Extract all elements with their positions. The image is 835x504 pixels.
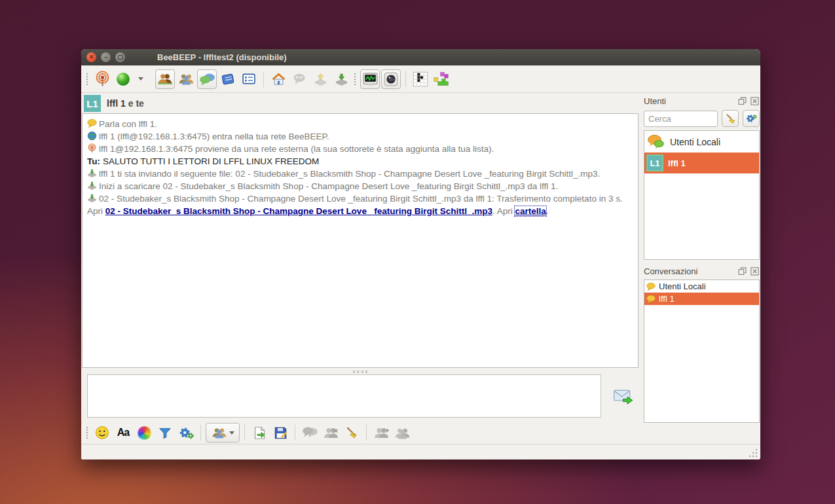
quoted-messages-button[interactable] [289,69,309,89]
user-name: lffl 1 [668,158,686,168]
clear-bubbles-button[interactable] [300,423,320,442]
users-list[interactable]: Utenti Locali L1 lffl 1 [644,130,760,260]
file-download-icon [87,181,97,190]
user-avatar: L1 [646,154,663,171]
open-folder-link[interactable]: cartella [515,206,546,216]
conversation-row[interactable]: Utenti Locali [644,280,759,293]
font-button[interactable]: Aa [113,423,133,442]
show-chats-button[interactable] [197,69,217,89]
chat-message: lffl 1 (lffl@192.168.1.3:6475) entra nel… [87,130,633,143]
chat-bubble-icon [87,118,97,128]
chat-header: L1 lffl 1e te [84,94,144,113]
broadcast-button[interactable] [92,69,112,89]
user-group-icon [212,427,227,439]
scroll-icon [221,73,235,86]
code-plugin-button[interactable] [411,69,430,89]
toolbar-drag-handle[interactable] [354,73,357,85]
download-file-icon [334,73,349,86]
chat-message: lffl 1@192.168.1.3:6475 proviene da una … [87,143,633,155]
screenshot-button[interactable] [360,69,380,89]
status-bar [81,444,760,459]
chat-message-own: Tu:SALUTO TUTTI I LETTORI DI LFFL LINUX … [87,155,633,168]
funnel-icon [158,427,172,439]
webcam-button[interactable] [381,69,401,89]
users-icon [157,73,173,85]
local-users-bubbles-icon [647,134,665,149]
conversations-panel-titlebar: Conversazioni [644,265,760,277]
show-users-button[interactable] [155,69,175,89]
main-toolbar [81,65,760,93]
float-panel-button[interactable] [737,96,747,105]
send-file-icon [253,426,267,440]
splitter-handle-icon [353,370,367,373]
chat-avatar: L1 [84,95,101,112]
options-list-icon [242,73,256,85]
user-row-selected[interactable]: L1 lffl 1 [644,153,759,173]
status-menu-button[interactable] [134,69,145,89]
chat-bubble-icon [646,282,656,291]
titlebar[interactable]: ✕ – ▢ BeeBEEP - lffltest2 (disponibile) [81,49,760,65]
smiley-icon [95,425,109,440]
toolbar-drag-handle[interactable] [86,427,89,439]
emoticon-button[interactable] [92,423,112,442]
send-message-button[interactable] [610,386,637,408]
close-panel-button[interactable] [750,266,760,276]
group-membership-button[interactable] [206,423,240,442]
remove-user-icon [323,427,339,439]
chat-title-suffix: e te [128,98,144,109]
save-chat-button[interactable] [270,423,290,442]
edit-group-button[interactable] [392,423,412,442]
file-download-icon [87,193,97,203]
chat-message-log[interactable]: Parla con lffl 1. lffl 1 (lffl@192.168.1… [82,113,639,368]
broadcast-icon [94,71,111,87]
clear-chat-button[interactable] [342,423,362,442]
close-window-button[interactable]: ✕ [86,52,96,62]
close-icon [751,97,759,105]
chat-input-splitter[interactable] [82,370,639,374]
font-color-button[interactable] [134,423,154,442]
game-plugin-button[interactable] [432,69,451,89]
message-input-box[interactable] [87,374,601,418]
maximize-window-button[interactable]: ▢ [115,52,125,62]
chat-toolbar: Aa [81,422,639,443]
file-download-icon [87,168,97,178]
chat-bubbles-icon [199,73,215,86]
chat-settings-button[interactable] [176,423,196,442]
toolbar-drag-handle[interactable] [86,73,89,85]
leave-chat-button[interactable] [321,423,341,442]
download-file-button[interactable] [331,69,351,89]
filter-button[interactable] [155,423,175,442]
chat-message: Parla con lffl 1. [87,118,633,130]
tetris-icon [433,71,450,86]
show-options-button[interactable] [239,69,259,89]
send-envelope-icon [613,389,634,405]
status-button[interactable] [113,69,133,89]
users-settings-button[interactable] [743,110,760,127]
window-title: BeeBEEP - lffltest2 (disponibile) [157,52,287,62]
gears-icon [745,113,758,124]
resize-grip[interactable] [749,448,758,457]
conversation-row-selected[interactable]: lffl 1 [644,293,759,305]
save-chat-icon [274,426,288,440]
show-groups-button[interactable] [176,69,196,89]
open-file-link[interactable]: 02 - Studebaker_s Blacksmith Shop - Cham… [105,206,492,216]
users-group-row[interactable]: Utenti Locali [644,131,759,153]
float-panel-button[interactable] [737,266,747,276]
home-icon [271,73,286,86]
upload-file-button[interactable] [310,69,330,89]
message-input[interactable] [88,375,601,417]
conversations-list[interactable]: Utenti Locali lffl 1 [644,279,760,423]
minimize-window-button[interactable]: – [101,52,111,62]
edit-group-icon [394,427,411,439]
create-group-button[interactable] [371,423,391,442]
gray-chat-bubbles-icon [302,426,318,439]
show-activities-button[interactable] [218,69,238,89]
home-chat-button[interactable] [269,69,288,89]
chat-bubble-icon [646,295,656,304]
close-panel-button[interactable] [750,96,760,105]
screenshot-icon [362,72,379,86]
clear-search-button[interactable] [722,110,739,127]
users-panel-titlebar: Utenti [644,95,760,107]
send-file-button[interactable] [250,423,269,442]
search-input[interactable] [644,111,718,127]
